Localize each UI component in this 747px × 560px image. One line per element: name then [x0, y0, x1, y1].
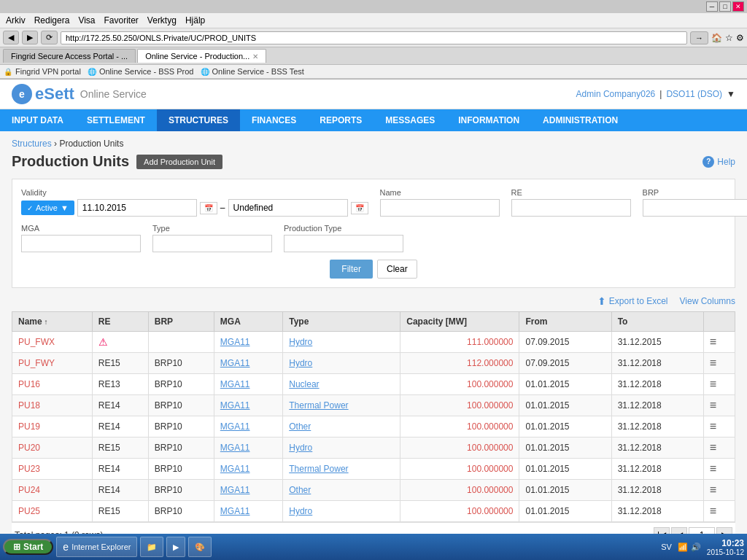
row-name-cell[interactable]: PU25	[12, 501, 93, 522]
bookmark-bss-prod[interactable]: 🌐 Online Service - BSS Prod	[87, 66, 194, 77]
row-name-cell[interactable]: PU_FWY	[12, 353, 93, 374]
row-name-cell[interactable]: PU20	[12, 438, 93, 459]
row-type-cell[interactable]: Other	[283, 416, 400, 438]
row-actions-cell[interactable]: ≡	[703, 480, 735, 501]
nav-finances[interactable]: FINANCES	[240, 109, 308, 131]
row-actions-cell[interactable]: ≡	[703, 438, 735, 459]
mga-filter-input[interactable]	[21, 235, 141, 252]
col-to[interactable]: To	[611, 312, 703, 332]
export-to-excel-link[interactable]: ⬆ Export to Excel	[597, 295, 668, 307]
row-type-cell[interactable]: Hydro	[283, 438, 400, 459]
taskbar-paint[interactable]: 🎨	[188, 537, 212, 557]
star-icon[interactable]: ☆	[725, 33, 733, 43]
dso-label[interactable]: DSO11 (DSO)	[666, 89, 722, 99]
col-re[interactable]: RE	[92, 312, 148, 332]
start-button[interactable]: ⊞ Start	[3, 539, 53, 555]
row-mga-cell[interactable]: MGA11	[214, 480, 282, 501]
row-name-cell[interactable]: PU23	[12, 459, 93, 480]
tab-close-icon[interactable]: ✕	[252, 52, 258, 61]
validity-from-input[interactable]	[77, 199, 197, 217]
row-actions-cell[interactable]: ≡	[703, 332, 735, 353]
menu-hjälp[interactable]: Hjälp	[185, 15, 205, 26]
menu-redigera[interactable]: Redigera	[34, 15, 70, 26]
row-name-cell[interactable]: PU19	[12, 416, 93, 438]
row-menu-icon[interactable]: ≡	[710, 462, 716, 475]
row-name-cell[interactable]: PU18	[12, 395, 93, 416]
row-mga-cell[interactable]: MGA11	[214, 438, 282, 459]
tab-online-service[interactable]: Online Service - Production... ✕	[137, 49, 266, 63]
production-type-filter-input[interactable]	[284, 235, 403, 252]
help-link[interactable]: ? Help	[703, 156, 735, 168]
nav-structures[interactable]: STRUCTURES	[157, 109, 240, 131]
home-icon[interactable]: 🏠	[711, 33, 722, 43]
tab-fingrid[interactable]: Fingrid Secure Access Portal - ...	[3, 49, 136, 63]
col-type[interactable]: Type	[283, 312, 400, 332]
dropdown-icon[interactable]: ▼	[727, 89, 735, 99]
filter-button[interactable]: Filter	[330, 260, 373, 279]
row-menu-icon[interactable]: ≡	[710, 441, 716, 454]
menu-favoriter[interactable]: Favoriter	[104, 15, 139, 26]
col-capacity[interactable]: Capacity [MW]	[400, 312, 519, 332]
row-name-cell[interactable]: PU16	[12, 374, 93, 395]
col-from[interactable]: From	[519, 312, 611, 332]
row-actions-cell[interactable]: ≡	[703, 501, 735, 522]
row-menu-icon[interactable]: ≡	[710, 378, 716, 390]
row-actions-cell[interactable]: ≡	[703, 395, 735, 416]
nav-administration[interactable]: ADMINISTRATION	[531, 109, 630, 131]
name-filter-input[interactable]	[380, 199, 500, 217]
row-menu-icon[interactable]: ≡	[710, 335, 716, 348]
row-mga-cell[interactable]: MGA11	[214, 395, 282, 416]
row-type-cell[interactable]: Hydro	[283, 332, 400, 353]
nav-information[interactable]: INFORMATION	[446, 109, 531, 131]
row-name-cell[interactable]: PU_FWX	[12, 332, 93, 353]
row-menu-icon[interactable]: ≡	[710, 483, 716, 496]
row-mga-cell[interactable]: MGA11	[214, 416, 282, 438]
bookmark-bss-test[interactable]: 🌐 Online Service - BSS Test	[200, 66, 304, 77]
row-name-cell[interactable]: PU24	[12, 480, 93, 501]
row-mga-cell[interactable]: MGA11	[214, 459, 282, 480]
nav-reports[interactable]: REPORTS	[308, 109, 374, 131]
row-type-cell[interactable]: Hydro	[283, 501, 400, 522]
row-type-cell[interactable]: Other	[283, 480, 400, 501]
close-button[interactable]: ✕	[732, 1, 744, 12]
type-filter-input[interactable]	[152, 235, 272, 252]
nav-input-data[interactable]: INPUT DATA	[0, 109, 75, 131]
view-columns-link[interactable]: View Columns	[680, 296, 735, 306]
add-production-unit-button[interactable]: Add Production Unit	[136, 155, 222, 169]
menu-verktyg[interactable]: Verktyg	[147, 15, 177, 26]
row-mga-cell[interactable]: MGA11	[214, 353, 282, 374]
col-mga[interactable]: MGA	[214, 312, 282, 332]
taskbar-ie[interactable]: e Internet Explorer	[56, 537, 137, 557]
row-mga-cell[interactable]: MGA11	[214, 501, 282, 522]
row-menu-icon[interactable]: ≡	[710, 505, 716, 517]
taskbar-explorer[interactable]: 📁	[140, 537, 163, 557]
back-button[interactable]: ◀	[3, 31, 19, 44]
bookmark-vpn[interactable]: 🔒 Fingrid VPN portal	[3, 66, 81, 77]
col-brp[interactable]: BRP	[148, 312, 214, 332]
maximize-button[interactable]: □	[719, 1, 731, 12]
nav-settlement[interactable]: SETTLEMENT	[75, 109, 157, 131]
minimize-button[interactable]: ─	[706, 1, 718, 12]
nav-messages[interactable]: MESSAGES	[374, 109, 446, 131]
active-dropdown-button[interactable]: ✓ Active ▼	[21, 201, 74, 215]
row-menu-icon[interactable]: ≡	[710, 420, 716, 432]
validity-to-input[interactable]	[228, 199, 348, 217]
brp-filter-input[interactable]	[643, 199, 747, 217]
settings-icon[interactable]: ⚙	[736, 33, 744, 43]
row-actions-cell[interactable]: ≡	[703, 353, 735, 374]
col-name[interactable]: Name	[12, 312, 93, 332]
taskbar-media[interactable]: ▶	[166, 537, 185, 557]
row-mga-cell[interactable]: MGA11	[214, 332, 282, 353]
breadcrumb-parent[interactable]: Structures	[12, 139, 52, 149]
row-type-cell[interactable]: Nuclear	[283, 374, 400, 395]
validity-from-calendar-button[interactable]: 📅	[200, 202, 217, 214]
address-bar[interactable]	[61, 31, 687, 44]
row-type-cell[interactable]: Hydro	[283, 353, 400, 374]
row-mga-cell[interactable]: MGA11	[214, 374, 282, 395]
row-actions-cell[interactable]: ≡	[703, 416, 735, 438]
row-actions-cell[interactable]: ≡	[703, 374, 735, 395]
menu-arkiv[interactable]: Arkiv	[6, 15, 26, 26]
row-menu-icon[interactable]: ≡	[710, 357, 716, 369]
go-button[interactable]: →	[690, 31, 708, 44]
validity-to-calendar-button[interactable]: 📅	[351, 202, 368, 214]
